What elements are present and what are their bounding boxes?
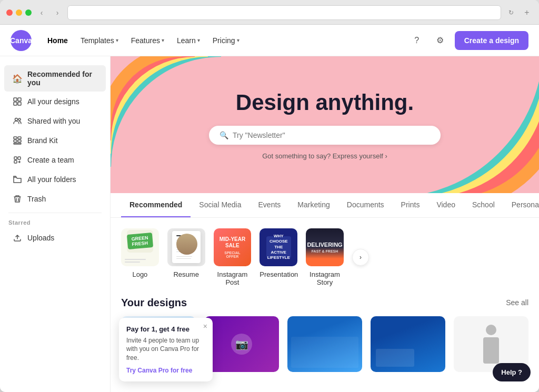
promo-title: Pay for 1, get 4 free (126, 325, 205, 333)
maximize-button[interactable] (25, 9, 32, 16)
main-layout: 🏠 Recommended for you All your designs (0, 56, 539, 392)
sidebar-divider (8, 213, 102, 213)
tab-video[interactable]: Video (428, 193, 464, 217)
question-mark-icon: ? (414, 36, 419, 45)
template-card-instagram[interactable]: MID-YEARSALE SPECIAL OFFER Instagram Pos… (214, 228, 252, 286)
search-icon: 🔍 (219, 131, 228, 139)
presentation-thumbnail: WHYCHOOSETHE ACTIVELIFESTYLE (259, 228, 297, 266)
resume-template-name: Resume (167, 270, 205, 278)
help-icon-button[interactable]: ? (408, 32, 425, 49)
template-card-presentation[interactable]: WHYCHOOSETHE ACTIVELIFESTYLE Presentatio… (259, 228, 297, 286)
brand-icon (13, 136, 22, 145)
new-tab-button[interactable]: + (521, 7, 533, 18)
svg-rect-15 (18, 162, 21, 163)
settings-button[interactable]: ⚙ (432, 32, 448, 49)
sidebar-item-folders[interactable]: All your folders (4, 170, 106, 189)
hero-banner: Design anything. 🔍 Got something to say?… (111, 56, 539, 193)
see-all-link[interactable]: See all (506, 298, 528, 307)
reload-button[interactable]: ↻ (505, 7, 517, 18)
promo-text: Invite 4 people to team up with you on C… (126, 336, 205, 363)
nav-features[interactable]: Features ▾ (126, 33, 169, 48)
svg-point-5 (18, 118, 21, 120)
svg-point-4 (15, 118, 18, 121)
hero-search-bar[interactable]: 🔍 (209, 126, 441, 145)
svg-rect-2 (14, 102, 17, 105)
browser-chrome: ‹ › ↻ + (0, 0, 539, 25)
nav-links: Home Templates ▾ Features ▾ Learn ▾ Pric… (42, 33, 398, 48)
traffic-lights (6, 9, 32, 16)
canva-logo[interactable]: Canva (11, 30, 32, 51)
nav-learn[interactable]: Learn ▾ (172, 33, 205, 48)
promo-popup: × Pay for 1, get 4 free Invite 4 people … (119, 318, 213, 381)
designs-title: Your designs (121, 297, 187, 309)
design-card-3[interactable] (287, 316, 362, 373)
resume-thumbnail (167, 228, 205, 266)
forward-button[interactable]: › (52, 7, 63, 18)
template-card-resume[interactable]: Resume (167, 228, 205, 286)
nav-right: ? ⚙ Create a design (408, 31, 528, 50)
svg-rect-9 (18, 140, 21, 142)
grid-icon (13, 97, 22, 106)
promo-link[interactable]: Try Canva Pro for free (126, 367, 205, 374)
sidebar-item-recommended[interactable]: 🏠 Recommended for you (4, 65, 106, 92)
design-camera-icon: 📷 (231, 334, 252, 355)
sidebar-item-create-team[interactable]: Create a team (4, 150, 106, 169)
sidebar-item-shared[interactable]: Shared with you (4, 112, 106, 130)
design-card-2[interactable]: 📷 (204, 316, 279, 373)
logo-template-name: Logo (121, 270, 159, 278)
presentation-template-name: Presentation (259, 270, 297, 278)
story-thumbnail: DELIVERING FAST & FRESH (306, 228, 344, 266)
hero-content: Design anything. 🔍 Got something to say?… (209, 90, 441, 160)
svg-rect-7 (18, 137, 21, 139)
rainbow-top-left (111, 56, 221, 167)
svg-rect-12 (18, 157, 21, 159)
gear-icon: ⚙ (436, 35, 444, 45)
nav-home[interactable]: Home (42, 33, 73, 48)
svg-rect-10 (14, 143, 21, 144)
tab-recommended[interactable]: Recommended (121, 193, 191, 217)
express-link[interactable]: Got something to say? Express yourself › (209, 152, 441, 160)
promo-close-button[interactable]: × (203, 322, 207, 330)
create-design-button[interactable]: Create a design (455, 31, 528, 50)
sidebar-item-trash[interactable]: Trash (4, 189, 106, 208)
close-button[interactable] (6, 9, 13, 16)
app-container: Canva Home Templates ▾ Features ▾ Learn … (0, 25, 539, 392)
folders-icon (13, 175, 22, 184)
home-icon: 🏠 (13, 74, 22, 83)
nav-pricing[interactable]: Pricing ▾ (207, 33, 245, 48)
template-card-story[interactable]: DELIVERING FAST & FRESH Instagram Story (306, 228, 344, 286)
sidebar-item-brand[interactable]: Brand Kit (4, 131, 106, 150)
svg-rect-0 (14, 98, 17, 101)
tab-personal[interactable]: Personal (503, 193, 539, 217)
content-area: Design anything. 🔍 Got something to say?… (111, 56, 539, 392)
trash-icon (13, 194, 22, 204)
minimize-button[interactable] (16, 9, 22, 16)
sidebar-item-all-designs[interactable]: All your designs (4, 92, 106, 111)
design-card-4[interactable] (371, 316, 445, 373)
top-nav: Canva Home Templates ▾ Features ▾ Learn … (0, 25, 539, 56)
tab-documents[interactable]: Documents (338, 193, 393, 217)
svg-rect-8 (14, 140, 17, 142)
tab-events[interactable]: Events (250, 193, 290, 217)
tab-prints[interactable]: Prints (393, 193, 428, 217)
tab-social-media[interactable]: Social Media (191, 193, 249, 217)
create-team-icon (13, 155, 22, 165)
instagram-thumbnail: MID-YEARSALE SPECIAL OFFER (214, 228, 252, 266)
instagram-template-name: Instagram Post (214, 270, 252, 286)
back-button[interactable]: ‹ (36, 7, 47, 18)
svg-rect-13 (14, 160, 17, 163)
nav-templates[interactable]: Templates ▾ (75, 33, 124, 48)
tab-marketing[interactable]: Marketing (289, 193, 338, 217)
learn-chevron-icon: ▾ (197, 37, 200, 43)
svg-rect-1 (18, 98, 21, 101)
designs-section-header: Your designs See all (121, 297, 528, 309)
scroll-right-button[interactable]: › (352, 249, 369, 266)
template-card-logo[interactable]: GREENFRESH Logo (121, 228, 159, 286)
tab-school[interactable]: School (464, 193, 503, 217)
address-bar[interactable] (67, 5, 501, 20)
hero-search-input[interactable] (233, 131, 430, 139)
pricing-chevron-icon: ▾ (237, 37, 239, 43)
template-section: GREENFRESH Logo (111, 218, 539, 297)
help-button[interactable]: Help ? (493, 363, 531, 381)
sidebar-item-uploads[interactable]: Uploads (4, 228, 106, 247)
